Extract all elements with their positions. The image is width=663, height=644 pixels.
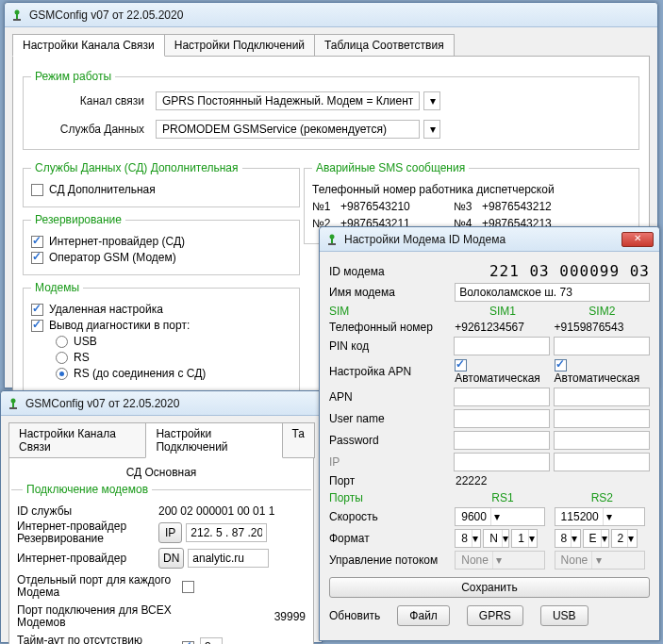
sms-header: Телефонный номер работника диспетчерской bbox=[312, 183, 555, 196]
refresh-link[interactable]: Обновить bbox=[329, 609, 380, 622]
svg-point-0 bbox=[15, 9, 20, 14]
pass1-input[interactable] bbox=[454, 431, 550, 450]
isp-label: Интернет-провайдер (СД) bbox=[49, 235, 185, 248]
file-button[interactable]: Файл bbox=[397, 605, 450, 626]
apn1-input[interactable] bbox=[454, 388, 550, 406]
user-label: User name bbox=[329, 412, 450, 425]
conn-legend: Подключение модемов bbox=[23, 483, 152, 496]
svg-rect-8 bbox=[328, 243, 336, 245]
remote-checkbox[interactable] bbox=[31, 304, 43, 316]
sep-port-label: Отдельный порт для каждого Модема bbox=[17, 574, 182, 599]
all-port-label: Порт подключения для ВСЕХ Модемов bbox=[17, 604, 182, 629]
pass2-input[interactable] bbox=[554, 431, 650, 450]
mode-legend: Режим работы bbox=[31, 70, 115, 83]
close-button[interactable]: ✕ bbox=[622, 232, 654, 247]
app-icon bbox=[10, 8, 24, 22]
fmt2-a-select[interactable]: 8▾ bbox=[555, 529, 581, 548]
tab-connections[interactable]: Настройки Подключений bbox=[164, 34, 315, 57]
fmt1-c-select[interactable]: 1▾ bbox=[511, 529, 538, 548]
save-button[interactable]: Сохранить bbox=[329, 577, 650, 598]
titlebar-3: Настройки Модема ID Модема ✕ bbox=[320, 227, 659, 252]
channel-caret[interactable]: ▾ bbox=[423, 91, 440, 110]
diag-rs-sd-radio[interactable] bbox=[56, 368, 68, 380]
diag-checkbox[interactable] bbox=[31, 320, 43, 332]
fmt1-b-select[interactable]: N▾ bbox=[483, 529, 509, 548]
sim1-heading: SIM1 bbox=[455, 305, 550, 318]
rs2-heading: RS2 bbox=[555, 491, 650, 504]
app-icon bbox=[7, 397, 20, 410]
diag-rs-sd-label: RS (до соединения с СД) bbox=[74, 367, 206, 380]
flow2-select[interactable]: None▾ bbox=[555, 551, 645, 570]
dn-input[interactable] bbox=[188, 549, 269, 568]
user1-input[interactable] bbox=[454, 409, 550, 428]
fmt2-b-select[interactable]: E▾ bbox=[583, 529, 609, 548]
service-caret[interactable]: ▾ bbox=[423, 120, 440, 139]
diag-usb-label: USB bbox=[74, 335, 97, 348]
ip-input[interactable] bbox=[186, 523, 267, 542]
tab-channel-2[interactable]: Настройки Канала Связи bbox=[8, 422, 146, 458]
usb-button[interactable]: USB bbox=[540, 605, 588, 626]
pin1-input[interactable] bbox=[454, 337, 550, 355]
pin2-input[interactable] bbox=[554, 337, 650, 355]
diag-rs-label: RS bbox=[74, 351, 90, 364]
tabs-2: Настройки Канала Связи Настройки Подключ… bbox=[8, 421, 314, 457]
sms-n1: №1 bbox=[312, 200, 340, 213]
sms-legend: Аварийные SMS сообщения bbox=[312, 161, 469, 174]
window-title: GSMConfig v07 от 22.05.2020 bbox=[29, 8, 183, 22]
flow1-select[interactable]: None▾ bbox=[455, 551, 545, 570]
channel-label: Канал связи bbox=[31, 94, 144, 107]
fmt2-c-select[interactable]: 2▾ bbox=[611, 529, 638, 548]
channel-select[interactable]: GPRS Постоянный Надежный. Модем = Клиент bbox=[156, 91, 420, 110]
svg-point-6 bbox=[330, 234, 335, 239]
modem-window: Настройки Модема ID Модема ✕ ID модема 2… bbox=[319, 226, 660, 641]
ip-button[interactable]: IP bbox=[158, 522, 182, 543]
tab-channel[interactable]: Настройки Канала Связи bbox=[12, 34, 165, 57]
modems-group: Модемы Удаленная настройка Вывод диагнос… bbox=[23, 281, 300, 391]
remote-label: Удаленная настройка bbox=[49, 303, 163, 316]
reserve-legend: Резервирование bbox=[31, 213, 125, 226]
svg-rect-5 bbox=[9, 407, 17, 409]
sms-v3: +9876543212 bbox=[482, 200, 595, 213]
sms-v1: +9876543210 bbox=[340, 200, 454, 213]
tab-connections-2[interactable]: Настройки Подключений bbox=[145, 422, 282, 458]
timeout-checkbox[interactable] bbox=[182, 641, 194, 645]
tab-mapping[interactable]: Таблица Соответствия bbox=[314, 34, 455, 57]
app-icon bbox=[325, 233, 339, 246]
tabs: Настройки Канала Связи Настройки Подключ… bbox=[12, 33, 650, 56]
diag-usb-radio[interactable] bbox=[56, 336, 68, 348]
apn2-input[interactable] bbox=[554, 388, 650, 406]
all-port-value: 39999 bbox=[274, 610, 306, 623]
port-value: 22222 bbox=[456, 474, 552, 487]
sd-extra-checkbox[interactable] bbox=[31, 184, 43, 196]
tel2-value: +9159876543 bbox=[555, 321, 650, 334]
user2-input[interactable] bbox=[554, 409, 650, 428]
sd-extra-legend: Службы Данных (СД) Дополнительная bbox=[31, 161, 242, 174]
apn-auto2-checkbox[interactable] bbox=[555, 359, 567, 372]
pin-label: PIN код bbox=[329, 339, 450, 353]
isp2-label: Интернет-провайдер bbox=[17, 552, 158, 565]
ip2-input bbox=[554, 453, 650, 471]
modem-body: ID модема 221 03 000099 03 Имя модема SI… bbox=[320, 252, 659, 636]
service-select[interactable]: PROMODEM GSMService (рекомендуется) bbox=[156, 120, 420, 139]
sep-port-checkbox[interactable] bbox=[182, 581, 194, 593]
rs1-heading: RS1 bbox=[455, 491, 550, 504]
gprs-button[interactable]: GPRS bbox=[467, 605, 523, 626]
diag-rs-radio[interactable] bbox=[56, 352, 68, 364]
isp-checkbox[interactable] bbox=[31, 236, 43, 248]
flow-label: Управление потоком bbox=[329, 553, 451, 567]
svg-rect-7 bbox=[331, 239, 333, 243]
fmt1-a-select[interactable]: 8▾ bbox=[455, 529, 481, 548]
apn-label: APN bbox=[329, 390, 450, 404]
modem-name-input[interactable] bbox=[455, 283, 650, 302]
timeout-input[interactable] bbox=[200, 637, 223, 644]
svg-rect-2 bbox=[13, 19, 21, 21]
speed1-select[interactable]: 9600▾ bbox=[455, 507, 545, 526]
dn-button[interactable]: DN bbox=[158, 548, 184, 569]
gsm-checkbox[interactable] bbox=[31, 252, 43, 264]
apn-auto1-checkbox[interactable] bbox=[455, 359, 467, 372]
isp-res-label: Интернет-провайдер Резервирование bbox=[17, 520, 158, 545]
svg-rect-1 bbox=[16, 14, 18, 19]
tab-mapping-2[interactable]: Та bbox=[282, 422, 315, 458]
speed2-select[interactable]: 115200▾ bbox=[555, 507, 645, 526]
service-label: Служба Данных bbox=[31, 123, 144, 136]
